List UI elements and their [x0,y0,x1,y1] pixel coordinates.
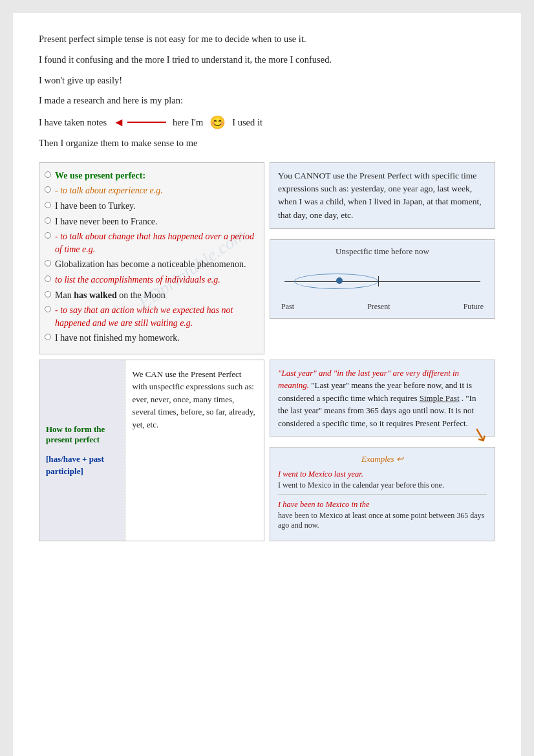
intro-line5-after: here I'm [173,117,203,128]
bullet-circle [45,291,51,297]
timeline-labels: Past Present Future [278,302,487,312]
arrow-line: I have taken notes ◄ here I'm 😊 I used i… [39,114,495,130]
intro-line1: Present perfect simple tense is not easy… [39,32,495,47]
left-panel: We use present perfect: - to talk about … [39,162,264,354]
left-bottom: How to form the present perfect [has/hav… [39,360,264,542]
timeline-present: Present [367,302,390,312]
examples-title: Examples ↩ [278,454,487,464]
item-text: I have not finished my homework. [55,332,256,345]
arrow-left-icon: ◄ [113,116,125,129]
item-change-header: - to talk about change that has happened… [45,230,256,255]
smiley-icon: 😊 [209,114,226,130]
item-homework: I have not finished my homework. [45,332,256,345]
cannot-use-box: You CANNOT use the Present Perfect with … [270,162,495,229]
example2-normal: have been to Mexico at least once at som… [278,511,487,530]
item-globalization: Globalization has become a noticeable ph… [45,258,256,271]
item-text: Globalization has become a noticeable ph… [55,258,256,271]
bullet-circle [45,334,51,340]
right-bottom-column: "Last year" and "in the last year" are v… [270,360,495,542]
panel-title-row: We use present perfect: [45,169,256,182]
arrow-decoration-icon: ↘ [469,418,492,451]
item-text: to list the accomplishments of individua… [55,274,256,286]
examples-box: Examples ↩ I went to Mexico last year. I… [270,447,495,541]
example-item-2: I have been to Mexico in the have been t… [278,500,487,534]
bullet-circle [45,306,51,312]
bottom-grid: How to form the present perfect [has/hav… [39,360,495,542]
bullet-circle [45,171,51,178]
example1-normal: I went to Mexico in the calendar year be… [278,481,487,490]
form-title: How to form the present perfect [46,424,118,446]
item-text: Man has walked on the Moon [55,289,256,302]
example-item-1: I went to Mexico last year. I went to Me… [278,470,487,495]
last-year-box: "Last year" and "in the last year" are v… [270,360,495,437]
intro-line5-end: I used it [232,117,262,128]
example1-red: I went to Mexico last year. [278,470,487,479]
intro-section: Present perfect simple tense is not easy… [39,32,495,151]
item-moon: Man has walked on the Moon [45,289,256,302]
item-waiting-header: - to say that an action which we expecte… [45,304,256,329]
timeline-container [284,262,480,301]
cannot-use-text: You CANNOT use the Present Perfect with … [278,171,482,220]
examples-label: Examples [361,454,394,464]
intro-line5-before: I have taken notes [39,117,107,128]
intro-line2: I found it confusing and the more I trie… [39,53,495,67]
form-label-box: How to form the present perfect [has/hav… [39,360,125,541]
timeline-past: Past [281,302,294,312]
simple-past-link: Simple Past [420,393,460,403]
item-experience-header: - to talk about experience e.g. [45,184,256,197]
form-formula: [has/have + past participle] [46,453,118,477]
timeline-future: Future [464,302,484,312]
item-text: I have been to Turkey. [55,200,256,213]
intro-line6: Then I organize them to make sense to me [39,136,495,151]
bullet-circle [45,260,51,266]
bullet-circle [45,275,51,282]
main-grid: We use present perfect: - to talk about … [39,162,495,354]
item-france: I have never been to France. [45,215,256,228]
examples-arrow-icon: ↩ [396,454,403,464]
panel-title: We use present perfect: [55,169,256,182]
intro-line4: I made a research and here is my plan: [39,94,495,108]
bullet-circle [45,202,51,208]
item-text: - to say that an action which we expecte… [55,304,256,329]
right-column: You CANNOT use the Present Perfect with … [270,162,495,354]
item-turkey: I have been to Turkey. [45,200,256,213]
arrow-indicator: ◄ [113,116,166,129]
item-text: - to talk about change that has happened… [55,230,256,255]
bullet-circle [45,217,51,224]
intro-line3: I won't give up easily! [39,74,495,88]
timeline-box: Unspecific time before now Past Present … [270,239,495,319]
arrow-dash [127,122,166,123]
timeline-label: Unspecific time before now [278,246,487,257]
example2-red: I have been to Mexico in the [278,500,487,510]
timeline-tick [378,276,379,286]
page: Present perfect simple tense is not easy… [13,13,521,756]
bullet-circle [45,186,51,193]
item-text: I have never been to France. [55,215,256,228]
can-use-text: We CAN use the Present Perfect with unsp… [132,369,255,429]
item-text: - to talk about experience e.g. [55,184,256,197]
bullet-circle [45,232,51,239]
timeline-dot [336,277,343,284]
item-accomplishments-header: to list the accomplishments of individua… [45,274,256,286]
form-text-box: We CAN use the Present Perfect with unsp… [125,360,264,541]
